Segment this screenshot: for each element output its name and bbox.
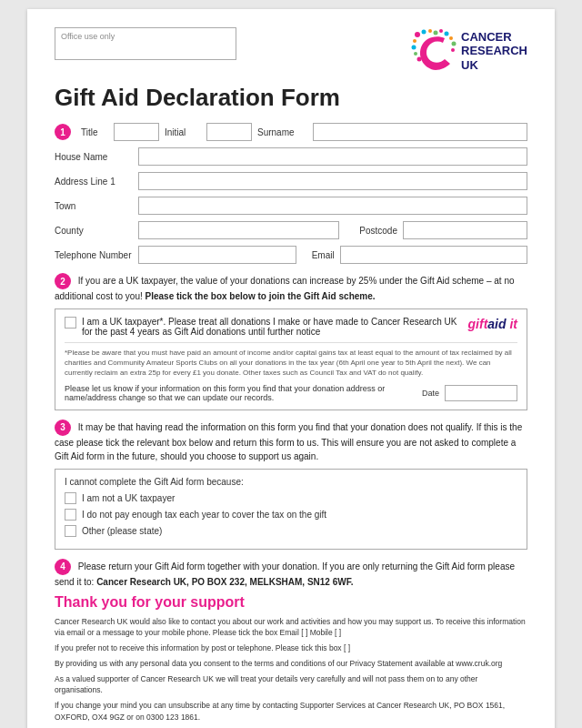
title-label: Title — [81, 127, 108, 137]
house-name-input[interactable] — [138, 147, 527, 166]
footer-line1: Cancer Research UK would also like to co… — [55, 616, 527, 640]
town-row: Town — [55, 197, 527, 215]
form-title: Gift Aid Declaration Form — [55, 84, 527, 112]
svg-point-5 — [445, 32, 449, 36]
office-label: Office use only — [61, 32, 115, 41]
section1-num: 1 — [55, 124, 71, 140]
svg-point-2 — [428, 29, 432, 33]
section3-num: 3 — [55, 420, 71, 436]
footer-line5: If you change your mind you can unsubscr… — [55, 700, 527, 723]
title-row: 1 Title Initial Surname — [55, 123, 527, 141]
cannot-box: I cannot complete the Gift Aid form beca… — [55, 469, 527, 550]
initial-input[interactable] — [206, 123, 252, 141]
reason2-checkbox[interactable] — [65, 509, 76, 521]
footer-line2: If you prefer not to receive this inform… — [55, 642, 527, 654]
svg-point-7 — [452, 42, 457, 46]
email-label: Email — [302, 250, 335, 260]
svg-point-1 — [422, 30, 426, 35]
section2-num: 2 — [55, 273, 71, 289]
svg-point-0 — [415, 32, 420, 37]
section2-text: 2 If you are a UK taxpayer, the value of… — [55, 273, 527, 303]
postcode-label: Postcode — [345, 226, 397, 236]
reason2-label: I do not pay enough tax each year to cov… — [82, 510, 326, 520]
svg-point-8 — [451, 48, 455, 52]
logo-area: CANCER RESEARCH UK — [410, 27, 527, 75]
giftaid-checkbox[interactable] — [65, 317, 76, 329]
section4-text: 4 Please return your Gift Aid form toget… — [55, 559, 527, 589]
section4-num: 4 — [55, 559, 71, 575]
form-page: Office use only — [27, 9, 555, 728]
giftaid-small-print: *Please be aware that you must have paid… — [65, 342, 517, 379]
town-input[interactable] — [138, 197, 527, 215]
house-name-row: House Name — [55, 147, 527, 166]
footer-line4: As a valued supporter of Cancer Research… — [55, 673, 527, 697]
house-name-label: House Name — [55, 152, 133, 162]
giftaid-date-row: Please let us know if your information o… — [65, 384, 517, 402]
reason3-label: Other (please state) — [82, 526, 162, 536]
date-prefix-text: Please let us know if your information o… — [65, 384, 409, 402]
svg-point-9 — [413, 39, 416, 43]
giftaid-logo: giftaid it — [468, 317, 517, 331]
reason1-label: I am not a UK taxpayer — [82, 493, 175, 503]
reason2-row: I do not pay enough tax each year to cov… — [65, 509, 517, 521]
email-input[interactable] — [340, 246, 527, 264]
county-input[interactable] — [138, 221, 339, 239]
giftaid-checkbox-label[interactable]: I am a UK taxpayer*. Please treat all do… — [65, 317, 459, 337]
cannot-title: I cannot complete the Gift Aid form beca… — [65, 477, 517, 487]
header: Office use only — [55, 27, 527, 75]
county-row: County Postcode — [55, 221, 527, 239]
tel-email-row: Telephone Number Email — [55, 246, 527, 264]
title-input[interactable] — [114, 123, 159, 141]
surname-label: Surname — [257, 127, 307, 137]
date-input[interactable] — [445, 385, 517, 401]
reason3-checkbox[interactable] — [65, 525, 76, 537]
logo-text: CANCER RESEARCH UK — [461, 30, 527, 73]
office-use-box: Office use only — [55, 27, 236, 60]
svg-point-3 — [434, 31, 438, 35]
telephone-label: Telephone Number — [55, 249, 133, 261]
postcode-input[interactable] — [403, 221, 527, 239]
cruk-logo-icon — [410, 27, 457, 75]
address-input[interactable] — [138, 172, 527, 190]
reason1-row: I am not a UK taxpayer — [65, 492, 517, 504]
section3-text: 3 It may be that having read the informa… — [55, 420, 527, 463]
surname-input[interactable] — [313, 123, 527, 141]
giftaid-header: I am a UK taxpayer*. Please treat all do… — [65, 317, 517, 337]
svg-point-4 — [439, 29, 443, 33]
town-label: Town — [55, 201, 133, 211]
reason3-row: Other (please state) — [65, 525, 517, 537]
svg-point-10 — [412, 46, 416, 50]
svg-point-11 — [414, 52, 417, 56]
section4-address: Cancer Research UK, PO BOX 232, MELKSHAM… — [96, 577, 353, 587]
reason1-checkbox[interactable] — [65, 492, 76, 504]
thank-you-text: Thank you for your support — [55, 594, 527, 611]
initial-label: Initial — [165, 127, 201, 137]
footer-line3: By providing us with any personal data y… — [55, 658, 527, 670]
address-row: Address Line 1 — [55, 172, 527, 190]
date-label: Date — [422, 389, 439, 398]
address-label: Address Line 1 — [55, 177, 133, 187]
county-label: County — [55, 226, 133, 236]
svg-point-6 — [449, 36, 453, 40]
giftaid-box: I am a UK taxpayer*. Please treat all do… — [55, 308, 527, 410]
telephone-input[interactable] — [138, 246, 296, 264]
